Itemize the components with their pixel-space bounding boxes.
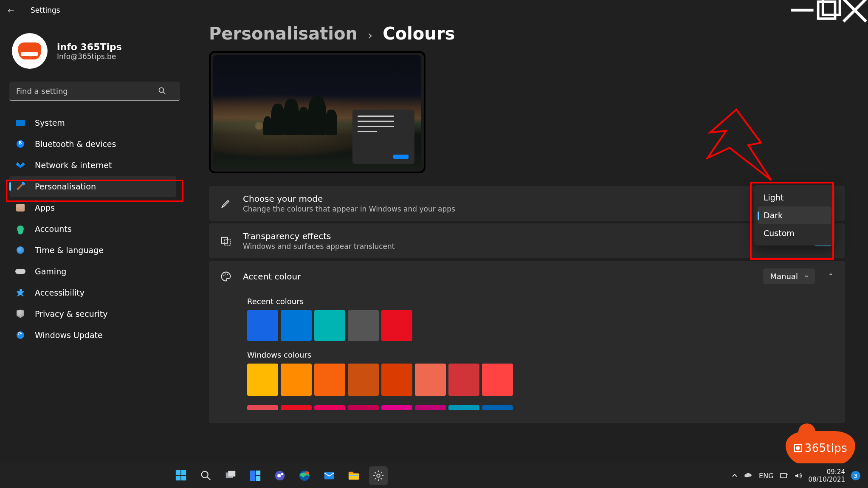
- colour-swatch[interactable]: [348, 405, 379, 410]
- taskbar-right: ENG 09:24 08/10/2021 3: [732, 468, 868, 483]
- colour-swatch[interactable]: [247, 310, 278, 341]
- widgets[interactable]: [246, 466, 265, 485]
- user-block[interactable]: info 365Tips Info@365tips.be: [9, 33, 176, 69]
- window-preview: [352, 110, 414, 164]
- colour-swatch[interactable]: [448, 405, 479, 410]
- nav-list: System Bluetooth & devices Network & int…: [9, 112, 176, 346]
- watermark-logo: 365tips: [786, 431, 855, 465]
- sidebar-item-gaming[interactable]: Gaming: [9, 261, 176, 282]
- windows-colours-label: Windows colours: [247, 350, 834, 359]
- colour-swatch[interactable]: [247, 364, 278, 396]
- breadcrumb: Personalisation › Colours: [209, 24, 845, 43]
- search-input[interactable]: [9, 82, 180, 101]
- chat-icon[interactable]: [271, 466, 289, 485]
- transparency-row[interactable]: Transparency effects Windows and surface…: [209, 223, 845, 258]
- accent-button-sample: [393, 155, 409, 159]
- sidebar-item-personalisation[interactable]: Personalisation: [9, 176, 176, 197]
- colour-swatch[interactable]: [348, 310, 379, 341]
- volume-tray-icon[interactable]: [794, 471, 803, 480]
- colour-swatch[interactable]: [415, 405, 446, 410]
- explorer-icon[interactable]: [344, 466, 363, 485]
- sidebar-item-system[interactable]: System: [9, 112, 176, 133]
- colour-swatch[interactable]: [381, 364, 412, 396]
- colour-swatch[interactable]: [281, 364, 312, 396]
- colour-swatch[interactable]: [482, 364, 513, 396]
- svg-line-6: [163, 92, 166, 94]
- window-titlebar: ← Settings: [0, 0, 868, 20]
- network-tray-icon[interactable]: [780, 471, 788, 480]
- colour-swatch[interactable]: [415, 364, 446, 396]
- colour-swatch[interactable]: [314, 310, 345, 341]
- search-box[interactable]: [9, 82, 176, 101]
- colour-swatch[interactable]: [314, 364, 345, 396]
- sidebar-item-time[interactable]: Time & language: [9, 240, 176, 261]
- mode-option-custom[interactable]: Custom: [758, 224, 831, 242]
- taskbar-center: [172, 466, 388, 485]
- colour-swatch[interactable]: [381, 310, 412, 341]
- mode-option-light[interactable]: Light: [758, 189, 831, 206]
- svg-rect-22: [256, 476, 260, 481]
- palette-icon: [220, 271, 232, 282]
- close-button[interactable]: [842, 1, 868, 19]
- onedrive-tray-icon[interactable]: [744, 471, 753, 480]
- sidebar-item-update[interactable]: Windows Update: [9, 324, 176, 346]
- desktop-preview: [209, 51, 426, 173]
- taskbar-clock[interactable]: 09:24 08/10/2021: [809, 468, 845, 483]
- mode-option-dark[interactable]: Dark: [758, 206, 831, 224]
- mail-icon[interactable]: [320, 466, 338, 485]
- colour-swatch[interactable]: [381, 405, 412, 410]
- choose-mode-row[interactable]: Choose your mode Change the colours that…: [209, 186, 845, 221]
- mode-dropdown[interactable]: Light Dark Custom: [754, 185, 835, 245]
- maximize-button[interactable]: [815, 1, 842, 19]
- chevron-up-icon[interactable]: ⌃: [828, 272, 834, 281]
- taskbar[interactable]: ENG 09:24 08/10/2021 3: [0, 463, 868, 488]
- shield-icon: [17, 310, 24, 318]
- svg-rect-29: [349, 473, 359, 480]
- sidebar-item-accessibility[interactable]: Accessibility: [9, 282, 176, 303]
- person-icon: [17, 226, 24, 232]
- accent-colour-row[interactable]: Accent colour Manual ⌃: [209, 261, 845, 292]
- start-button[interactable]: [172, 466, 191, 485]
- avatar: [12, 33, 48, 69]
- accent-sub-panel: Recent colours Windows colours: [209, 290, 845, 423]
- colour-swatch[interactable]: [348, 364, 379, 396]
- svg-point-25: [281, 473, 284, 475]
- colour-swatch[interactable]: [448, 364, 479, 396]
- language-indicator[interactable]: ENG: [759, 472, 773, 480]
- colour-swatch[interactable]: [247, 405, 278, 410]
- annotation-lightning-icon: [706, 107, 778, 183]
- wifi-icon: [16, 162, 25, 168]
- sidebar-item-privacy[interactable]: Privacy & security: [9, 303, 176, 324]
- colour-swatch[interactable]: [281, 310, 312, 341]
- sidebar-item-apps[interactable]: Apps: [9, 197, 176, 218]
- svg-rect-31: [349, 475, 358, 476]
- svg-point-5: [159, 88, 164, 93]
- update-icon: [17, 331, 24, 339]
- svg-rect-24: [277, 474, 281, 477]
- sidebar-item-bluetooth[interactable]: Bluetooth & devices: [9, 133, 176, 155]
- apps-icon: [16, 204, 25, 212]
- tray-chevron[interactable]: [732, 473, 738, 479]
- back-icon[interactable]: ←: [8, 6, 21, 15]
- office-icon: [794, 444, 802, 452]
- colour-swatch[interactable]: [314, 405, 345, 410]
- sidebar-item-network[interactable]: Network & internet: [9, 155, 176, 176]
- minimize-button[interactable]: [789, 1, 815, 19]
- svg-rect-19: [228, 471, 235, 477]
- notifications-badge[interactable]: 3: [851, 471, 860, 480]
- breadcrumb-parent[interactable]: Personalisation: [209, 24, 358, 43]
- windows-colours-row: [247, 364, 834, 396]
- task-view[interactable]: [221, 466, 240, 485]
- svg-rect-30: [349, 472, 353, 474]
- settings-icon[interactable]: [369, 466, 388, 485]
- globe-icon: [17, 246, 24, 254]
- sidebar-item-accounts[interactable]: Accounts: [9, 218, 176, 240]
- accent-mode-select[interactable]: Manual: [763, 268, 814, 284]
- colour-swatch[interactable]: [281, 405, 312, 410]
- taskbar-search[interactable]: [197, 466, 215, 485]
- window-title: Settings: [31, 6, 60, 14]
- svg-rect-15: [181, 476, 186, 480]
- edge-icon[interactable]: [295, 466, 314, 485]
- colour-swatch[interactable]: [482, 405, 513, 410]
- recent-colours-label: Recent colours: [247, 297, 834, 306]
